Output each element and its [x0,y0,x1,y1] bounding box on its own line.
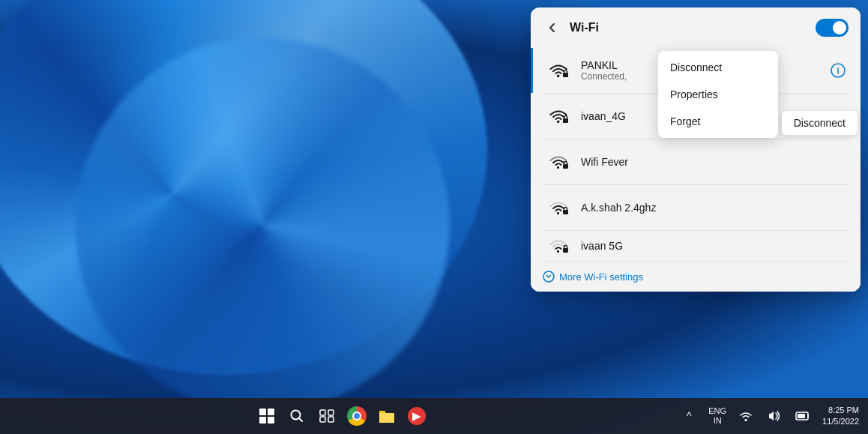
wifi-signal-icon-ivaan5g [545,232,572,259]
taskbar-center: ▶ [6,403,677,430]
svg-rect-19 [798,414,805,418]
clock-date: 11/5/2022 [822,416,859,427]
castify-icon: ▶ [408,407,426,425]
more-settings-icon [543,271,555,283]
svg-rect-8 [563,210,568,214]
context-menu: Disconnect Properties Forget [658,51,778,138]
wifi-panel: Wi-Fi [531,7,861,292]
network-item-akshah[interactable]: A.k.shah 2.4ghz [531,185,861,230]
wifi-tray-icon [739,410,753,422]
disconnect-button[interactable]: Disconnect [782,111,858,135]
network-info-akshah: A.k.shah 2.4ghz [581,202,849,214]
wifi-signal-icon-wififever [545,148,572,175]
chrome-icon [347,406,367,426]
network-name-wififever: Wifi Fever [581,156,849,168]
svg-rect-5 [557,166,559,169]
wifi-signal-icon-ivaan4g [545,103,572,130]
more-wifi-settings[interactable]: More Wi-Fi settings [531,262,861,292]
system-clock[interactable]: 8:25 PM 11/5/2022 [819,405,862,428]
svg-rect-1 [563,73,568,77]
wifi-signal-icon-pankil [545,57,572,84]
file-explorer-button[interactable] [373,403,400,430]
taskview-button[interactable] [313,403,340,430]
back-button[interactable] [543,18,562,37]
search-button[interactable] [283,403,310,430]
svg-rect-13 [320,410,325,415]
win-logo-quad-3 [259,417,266,424]
svg-rect-0 [557,75,559,77]
language-indicator[interactable]: ENG IN [705,406,729,426]
network-item-ivaan5g[interactable]: ivaan 5G [531,231,861,261]
taskview-icon [319,409,334,423]
svg-rect-9 [557,250,559,253]
svg-rect-14 [328,410,334,415]
tray-overflow-button[interactable]: ^ [677,404,701,428]
battery-icon [795,411,810,421]
svg-rect-16 [328,417,334,422]
search-icon [289,409,304,424]
wifi-signal-icon-akshah [545,194,572,221]
svg-rect-15 [320,417,325,422]
chevron-up-icon: ^ [687,410,692,422]
taskbar: ▶ ^ ENG IN [0,398,868,434]
network-item-wififever[interactable]: Wifi Fever [531,139,861,184]
svg-rect-4 [563,118,568,123]
context-menu-properties[interactable]: Properties [658,81,778,108]
chrome-button[interactable] [343,403,370,430]
folder-icon [378,408,396,424]
wifi-panel-title: Wi-Fi [570,21,808,34]
castify-button[interactable]: ▶ [403,403,430,430]
svg-rect-17 [745,419,747,421]
lang-line1: ENG [708,406,726,416]
taskbar-right: ^ ENG IN [677,404,868,428]
battery-button[interactable] [791,404,815,428]
svg-rect-10 [563,248,568,253]
win-logo-quad-4 [268,417,274,424]
castify-label: ▶ [412,410,421,422]
context-menu-disconnect[interactable]: Disconnect [658,54,778,81]
svg-rect-3 [557,121,559,123]
wifi-panel-header: Wi-Fi [531,7,861,48]
network-name-ivaan5g: ivaan 5G [581,240,849,252]
win-logo-quad-1 [259,409,266,415]
network-info-wififever: Wifi Fever [581,156,849,168]
more-settings-label: More Wi-Fi settings [559,271,643,283]
windows-logo [259,409,274,424]
desktop: Wi-Fi [0,0,868,434]
wifi-tray-button[interactable] [734,404,758,428]
chrome-inner [352,412,361,421]
volume-button[interactable] [762,404,786,428]
svg-rect-6 [563,164,568,169]
context-menu-forget[interactable]: Forget [658,108,778,135]
clock-time: 8:25 PM [822,405,859,416]
lang-line2: IN [708,416,726,426]
win-logo-quad-2 [268,409,274,415]
background-swirl-2 [75,37,450,412]
network-info-ivaan5g: ivaan 5G [581,240,849,252]
start-button[interactable] [253,403,280,430]
network-info-button-pankil[interactable] [828,60,849,81]
volume-icon [768,410,781,422]
wifi-toggle[interactable] [816,19,849,37]
svg-rect-7 [557,212,559,214]
network-name-akshah: A.k.shah 2.4ghz [581,202,849,214]
